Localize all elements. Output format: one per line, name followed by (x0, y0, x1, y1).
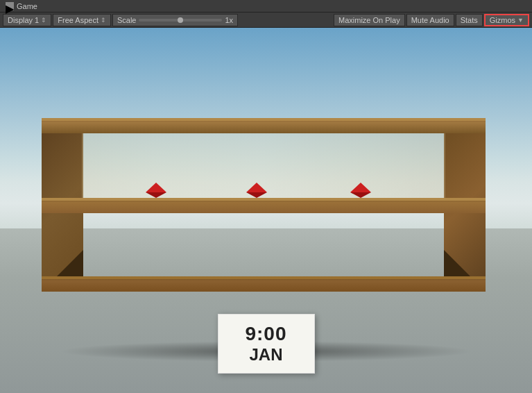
maximize-button[interactable]: Maximize On Play (334, 14, 405, 26)
stats-button[interactable]: Stats (456, 14, 483, 26)
mute-label: Mute Audio (411, 16, 449, 24)
gem-2 (246, 183, 267, 198)
scale-value: 1x (225, 16, 233, 24)
gem-1 (146, 183, 166, 198)
gizmos-chevron: ▼ (517, 17, 524, 24)
game-icon: ▶ (6, 2, 14, 10)
gem-top (246, 183, 267, 192)
shelf-bottom-board (42, 276, 486, 292)
display-chevron: ⇕ (41, 17, 46, 24)
mute-button[interactable]: Mute Audio (406, 14, 454, 26)
window-title: Game (17, 2, 37, 10)
scale-thumb[interactable] (178, 17, 183, 23)
gizmos-button[interactable]: Gizmos ▼ (484, 14, 529, 26)
time-sign: 9:00 JAN (218, 314, 315, 374)
display-selector[interactable]: Display 1 ⇕ (3, 14, 51, 26)
game-view: 9:00 JAN (0, 28, 532, 393)
scale-label: Scale (117, 16, 137, 24)
shelf-unit (42, 118, 486, 312)
gem-bottom (246, 192, 267, 198)
aspect-selector[interactable]: Free Aspect ⇕ (53, 14, 111, 26)
toolbar: Display 1 ⇕ Free Aspect ⇕ Scale 1x Maxim… (0, 12, 532, 28)
gem-top (146, 183, 166, 192)
gem-3 (350, 183, 371, 198)
shelf-top-board (42, 118, 486, 133)
scale-control[interactable]: Scale 1x (112, 14, 238, 26)
stats-label: Stats (461, 16, 478, 24)
gem-top (350, 183, 371, 192)
gem-bottom (146, 192, 166, 198)
shelf-middle-board (42, 198, 486, 213)
gizmos-label: Gizmos (490, 16, 515, 24)
title-bar: ▶ Game (0, 0, 532, 12)
gem-bottom (350, 192, 371, 198)
aspect-label: Free Aspect (58, 16, 98, 24)
aspect-chevron: ⇕ (101, 17, 106, 24)
display-label: Display 1 (8, 16, 39, 24)
scale-slider[interactable] (139, 19, 222, 22)
maximize-label: Maximize On Play (338, 16, 400, 24)
sign-month: JAN (249, 345, 282, 365)
sign-time: 9:00 (245, 323, 286, 345)
